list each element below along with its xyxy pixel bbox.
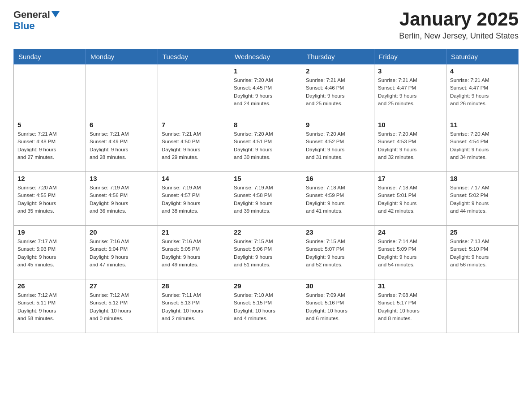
table-row: 29Sunrise: 7:10 AMSunset: 5:15 PMDayligh… [230,279,302,333]
weekday-header-row: Sunday Monday Tuesday Wednesday Thursday… [14,49,519,64]
day-number: 2 [306,67,370,75]
day-number: 11 [450,121,515,128]
day-info: Sunrise: 7:14 AMSunset: 5:09 PMDaylight:… [378,238,442,269]
day-info: Sunrise: 7:21 AMSunset: 4:50 PMDaylight:… [162,130,226,161]
day-info: Sunrise: 7:11 AMSunset: 5:13 PMDaylight:… [162,291,226,322]
table-row [14,64,86,118]
location-subtitle: Berlin, New Jersey, United States [399,31,519,41]
day-info: Sunrise: 7:21 AMSunset: 4:48 PMDaylight:… [17,130,82,161]
header-sunday: Sunday [14,49,86,64]
table-row: 22Sunrise: 7:15 AMSunset: 5:06 PMDayligh… [230,226,302,279]
logo-blue-text: Blue [13,20,60,31]
day-info: Sunrise: 7:13 AMSunset: 5:10 PMDaylight:… [450,238,515,269]
table-row: 24Sunrise: 7:14 AMSunset: 5:09 PMDayligh… [374,226,446,279]
table-row: 18Sunrise: 7:17 AMSunset: 5:02 PMDayligh… [446,172,519,226]
day-number: 24 [378,228,442,236]
day-number: 17 [378,175,442,182]
day-number: 3 [378,67,442,75]
table-row: 10Sunrise: 7:20 AMSunset: 4:53 PMDayligh… [374,118,446,172]
day-number: 21 [162,228,226,236]
table-row: 25Sunrise: 7:13 AMSunset: 5:10 PMDayligh… [446,226,519,279]
table-row: 11Sunrise: 7:20 AMSunset: 4:54 PMDayligh… [446,118,519,172]
day-number: 1 [234,67,298,75]
day-info: Sunrise: 7:16 AMSunset: 5:04 PMDaylight:… [90,238,154,269]
table-row: 31Sunrise: 7:08 AMSunset: 5:17 PMDayligh… [374,279,446,333]
day-info: Sunrise: 7:09 AMSunset: 5:16 PMDaylight:… [306,291,370,322]
table-row: 17Sunrise: 7:18 AMSunset: 5:01 PMDayligh… [374,172,446,226]
table-row: 4Sunrise: 7:21 AMSunset: 4:47 PMDaylight… [446,64,519,118]
header-wednesday: Wednesday [230,49,302,64]
header-monday: Monday [86,49,158,64]
day-number: 4 [450,67,515,75]
table-row: 23Sunrise: 7:15 AMSunset: 5:07 PMDayligh… [302,226,374,279]
day-info: Sunrise: 7:10 AMSunset: 5:15 PMDaylight:… [234,291,298,322]
table-row [158,64,230,118]
table-row: 26Sunrise: 7:12 AMSunset: 5:11 PMDayligh… [14,279,86,333]
header-thursday: Thursday [302,49,374,64]
month-title: January 2025 [399,9,519,30]
table-row: 3Sunrise: 7:21 AMSunset: 4:47 PMDaylight… [374,64,446,118]
table-row [86,64,158,118]
day-number: 18 [450,175,515,182]
header-friday: Friday [374,49,446,64]
logo: General Blue [13,9,60,32]
table-row: 30Sunrise: 7:09 AMSunset: 5:16 PMDayligh… [302,279,374,333]
day-info: Sunrise: 7:12 AMSunset: 5:12 PMDaylight:… [90,291,154,322]
day-info: Sunrise: 7:16 AMSunset: 5:05 PMDaylight:… [162,238,226,269]
day-number: 16 [306,175,370,182]
day-number: 23 [306,228,370,236]
day-number: 20 [90,228,154,236]
day-info: Sunrise: 7:17 AMSunset: 5:03 PMDaylight:… [17,238,82,269]
week-row-3: 12Sunrise: 7:20 AMSunset: 4:55 PMDayligh… [14,172,519,226]
day-number: 14 [162,175,226,182]
day-number: 5 [17,121,82,128]
day-number: 10 [378,121,442,128]
week-row-1: 1Sunrise: 7:20 AMSunset: 4:45 PMDaylight… [14,64,519,118]
day-number: 29 [234,282,298,290]
table-row: 21Sunrise: 7:16 AMSunset: 5:05 PMDayligh… [158,226,230,279]
table-row: 8Sunrise: 7:20 AMSunset: 4:51 PMDaylight… [230,118,302,172]
day-info: Sunrise: 7:18 AMSunset: 5:01 PMDaylight:… [378,184,442,215]
day-info: Sunrise: 7:19 AMSunset: 4:58 PMDaylight:… [234,184,298,215]
day-info: Sunrise: 7:20 AMSunset: 4:45 PMDaylight:… [234,77,298,107]
table-row: 15Sunrise: 7:19 AMSunset: 4:58 PMDayligh… [230,172,302,226]
week-row-2: 5Sunrise: 7:21 AMSunset: 4:48 PMDaylight… [14,118,519,172]
day-info: Sunrise: 7:20 AMSunset: 4:53 PMDaylight:… [378,130,442,161]
day-info: Sunrise: 7:18 AMSunset: 4:59 PMDaylight:… [306,184,370,215]
table-row: 7Sunrise: 7:21 AMSunset: 4:50 PMDaylight… [158,118,230,172]
table-row: 27Sunrise: 7:12 AMSunset: 5:12 PMDayligh… [86,279,158,333]
table-row: 12Sunrise: 7:20 AMSunset: 4:55 PMDayligh… [14,172,86,226]
table-row: 20Sunrise: 7:16 AMSunset: 5:04 PMDayligh… [86,226,158,279]
week-row-4: 19Sunrise: 7:17 AMSunset: 5:03 PMDayligh… [14,226,519,279]
day-info: Sunrise: 7:19 AMSunset: 4:57 PMDaylight:… [162,184,226,215]
day-info: Sunrise: 7:20 AMSunset: 4:52 PMDaylight:… [306,130,370,161]
table-row: 19Sunrise: 7:17 AMSunset: 5:03 PMDayligh… [14,226,86,279]
day-number: 15 [234,175,298,182]
day-info: Sunrise: 7:20 AMSunset: 4:51 PMDaylight:… [234,130,298,161]
day-info: Sunrise: 7:19 AMSunset: 4:56 PMDaylight:… [90,184,154,215]
day-number: 7 [162,121,226,128]
day-number: 31 [378,282,442,290]
table-row: 13Sunrise: 7:19 AMSunset: 4:56 PMDayligh… [86,172,158,226]
day-number: 25 [450,228,515,236]
day-number: 28 [162,282,226,290]
day-info: Sunrise: 7:20 AMSunset: 4:55 PMDaylight:… [17,184,82,215]
day-number: 30 [306,282,370,290]
calendar-table: Sunday Monday Tuesday Wednesday Thursday… [13,49,519,333]
table-row: 1Sunrise: 7:20 AMSunset: 4:45 PMDaylight… [230,64,302,118]
header-saturday: Saturday [446,49,519,64]
day-info: Sunrise: 7:21 AMSunset: 4:47 PMDaylight:… [450,77,515,107]
day-info: Sunrise: 7:21 AMSunset: 4:46 PMDaylight:… [306,77,370,107]
day-number: 6 [90,121,154,128]
calendar-title-area: January 2025 Berlin, New Jersey, United … [399,9,519,41]
day-number: 12 [17,175,82,182]
day-number: 19 [17,228,82,236]
header-tuesday: Tuesday [158,49,230,64]
day-info: Sunrise: 7:08 AMSunset: 5:17 PMDaylight:… [378,291,442,322]
day-number: 9 [306,121,370,128]
day-info: Sunrise: 7:21 AMSunset: 4:47 PMDaylight:… [378,77,442,107]
table-row: 6Sunrise: 7:21 AMSunset: 4:49 PMDaylight… [86,118,158,172]
logo-general-text: General [13,9,60,20]
table-row: 14Sunrise: 7:19 AMSunset: 4:57 PMDayligh… [158,172,230,226]
day-info: Sunrise: 7:20 AMSunset: 4:54 PMDaylight:… [450,130,515,161]
